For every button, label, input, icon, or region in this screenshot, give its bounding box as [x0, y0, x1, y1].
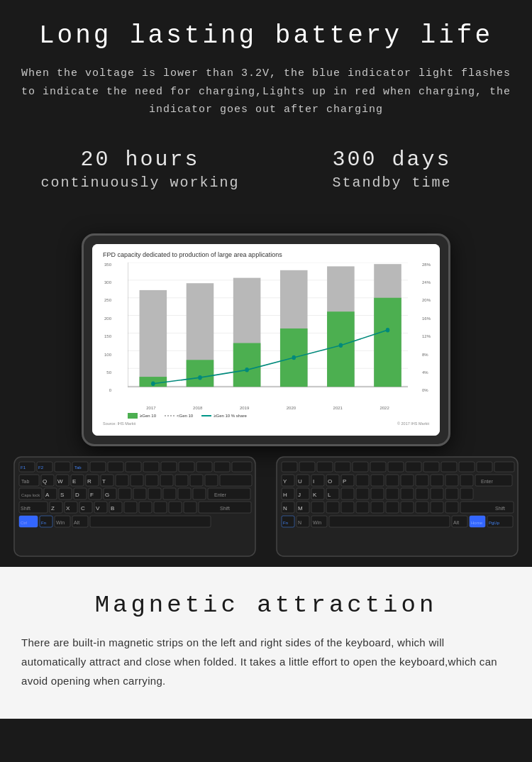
svg-text:U: U: [298, 478, 302, 485]
svg-rect-55: [160, 475, 173, 486]
stat-hours: 20 hours continuously working: [14, 140, 266, 198]
x-label-2019: 2019: [221, 406, 268, 410]
svg-rect-32: [55, 462, 70, 472]
svg-rect-75: [163, 488, 176, 499]
svg-text:M: M: [298, 505, 303, 512]
svg-text:T: T: [102, 478, 106, 485]
svg-text:R: R: [87, 478, 92, 485]
svg-text:Win: Win: [313, 520, 321, 525]
svg-rect-168: [326, 502, 339, 513]
svg-rect-184: [329, 516, 450, 527]
svg-rect-57: [190, 475, 203, 486]
svg-rect-42: [232, 462, 252, 472]
svg-text:F: F: [90, 492, 94, 498]
svg-text:G: G: [105, 492, 109, 498]
svg-text:Shift: Shift: [220, 506, 230, 511]
svg-rect-34: [90, 462, 106, 472]
svg-text:Shift: Shift: [21, 506, 31, 511]
svg-point-23: [198, 375, 202, 379]
svg-rect-160: [460, 488, 473, 499]
svg-rect-137: [416, 475, 428, 486]
svg-rect-175: [431, 502, 443, 513]
svg-rect-171: [371, 502, 384, 513]
x-label-2018: 2018: [174, 406, 221, 410]
svg-rect-158: [431, 488, 443, 499]
svg-rect-56: [175, 475, 188, 486]
legend-dashed-swatch: [165, 413, 174, 419]
svg-rect-13: [187, 360, 214, 387]
svg-rect-35: [108, 462, 123, 472]
svg-rect-135: [386, 475, 399, 486]
chart-source-left: Source: IHS Markit: [103, 421, 135, 426]
stat-hours-label: continuously working: [28, 175, 252, 191]
svg-rect-126: [477, 462, 492, 472]
chart-footer: Source: IHS Markit © 2017 IHS Markit: [103, 421, 429, 426]
svg-point-22: [151, 381, 155, 385]
tablet-frame: FPD capacity dedicated to production of …: [82, 233, 450, 446]
svg-rect-123: [423, 462, 439, 472]
chart-title: FPD capacity dedicated to production of …: [103, 251, 429, 258]
svg-rect-155: [386, 488, 399, 499]
svg-rect-167: [311, 502, 324, 513]
svg-rect-124: [441, 462, 457, 472]
main-title: Long lasting battery life: [14, 21, 518, 50]
svg-rect-37: [143, 462, 159, 472]
svg-rect-119: [353, 462, 368, 472]
svg-rect-121: [388, 462, 404, 472]
keyboard-section: F1 F2 Tab Tab Q W E R T: [0, 446, 532, 567]
bottom-section: Magnetic attraction There are built-in m…: [0, 567, 532, 719]
svg-point-26: [339, 343, 343, 347]
svg-rect-53: [131, 475, 143, 486]
svg-rect-93: [139, 502, 152, 513]
svg-rect-10: [140, 289, 167, 386]
svg-text:O: O: [328, 478, 332, 485]
svg-rect-36: [126, 462, 141, 472]
svg-text:Z: Z: [51, 505, 55, 512]
svg-rect-73: [133, 488, 146, 499]
svg-rect-72: [118, 488, 131, 499]
svg-text:Alt: Alt: [74, 520, 79, 525]
svg-rect-140: [460, 475, 473, 486]
svg-rect-173: [401, 502, 414, 513]
magnetic-description: There are built-in magnetic strips on th…: [21, 633, 511, 690]
svg-text:N: N: [298, 520, 301, 525]
legend-gen10-teal: ≥Gen 10 % share: [201, 414, 247, 418]
svg-text:C: C: [81, 505, 85, 512]
svg-text:Win: Win: [56, 520, 65, 525]
svg-text:Alt: Alt: [453, 520, 459, 525]
svg-text:F1: F1: [21, 465, 26, 470]
x-label-2021: 2021: [314, 406, 361, 410]
legend-gen10-dashed: <Gen 10: [165, 413, 193, 419]
svg-text:N: N: [283, 505, 287, 512]
svg-rect-59: [220, 475, 252, 486]
svg-rect-134: [371, 475, 384, 486]
svg-rect-109: [90, 516, 211, 527]
svg-text:F2: F2: [38, 465, 44, 470]
svg-rect-54: [145, 475, 158, 486]
svg-text:Q: Q: [43, 478, 47, 485]
svg-rect-122: [406, 462, 421, 472]
svg-rect-38: [161, 462, 177, 472]
svg-rect-52: [116, 475, 128, 486]
chart-legend: ≥Gen 10 <Gen 10 ≥Gen 10 % share: [128, 413, 429, 419]
svg-rect-96: [184, 502, 196, 513]
svg-text:Shift: Shift: [495, 506, 505, 511]
svg-rect-94: [154, 502, 167, 513]
svg-point-24: [245, 368, 249, 372]
legend-green-label: ≥Gen 10: [140, 414, 156, 418]
svg-point-27: [386, 327, 390, 331]
svg-text:B: B: [111, 505, 114, 512]
svg-text:X: X: [66, 505, 70, 512]
svg-text:Ctrl: Ctrl: [21, 521, 27, 525]
x-label-2022: 2022: [361, 406, 408, 410]
svg-rect-118: [335, 462, 350, 472]
svg-rect-39: [179, 462, 194, 472]
tablet-section: FPD capacity dedicated to production of …: [0, 226, 532, 446]
svg-rect-138: [431, 475, 443, 486]
svg-rect-77: [193, 488, 206, 499]
svg-text:E: E: [72, 478, 76, 485]
svg-rect-176: [445, 502, 458, 513]
stat-hours-number: 20 hours: [28, 148, 252, 172]
svg-rect-153: [356, 488, 369, 499]
svg-rect-169: [341, 502, 354, 513]
